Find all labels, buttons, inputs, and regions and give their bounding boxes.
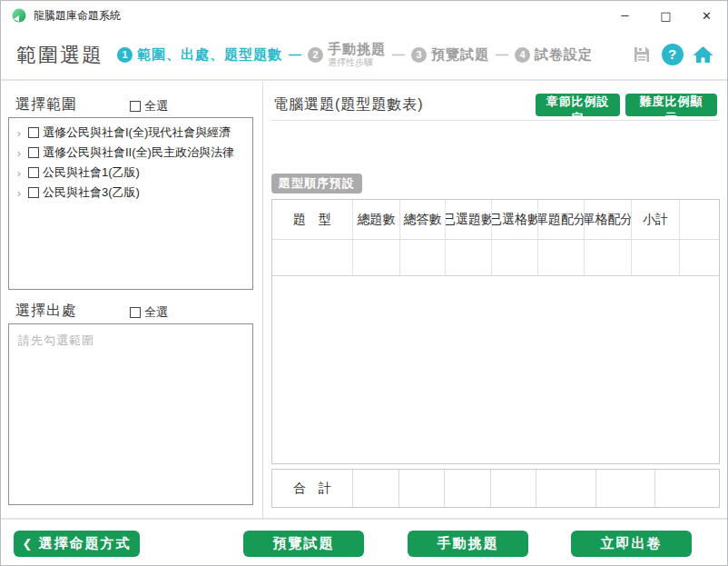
tree-item-checkbox[interactable] xyxy=(28,127,39,138)
range-section-title: 選擇範圍 xyxy=(15,95,77,114)
step-2: 2 手動挑題 選擇性步驟 xyxy=(308,42,386,67)
difficulty-ratio-button[interactable]: 難度比例顯示 xyxy=(625,94,717,116)
app-window: 龍騰題庫命題系統 ─ □ ✕ 範圍選題 1 範圍、出處、題型題數 — 2 手動挑… xyxy=(0,0,728,566)
home-icon[interactable] xyxy=(692,43,714,65)
total-cell xyxy=(445,470,491,507)
empty-cell xyxy=(446,240,492,275)
total-cell xyxy=(491,470,536,507)
total-cell xyxy=(536,470,596,507)
expand-chevron-icon[interactable]: › xyxy=(15,146,24,160)
step-2-sublabel: 選擇性步驟 xyxy=(328,57,386,67)
step-connector: — xyxy=(289,47,301,62)
col-header-selected-questions: 已選題數 xyxy=(446,200,492,239)
page-title: 範圍選題 xyxy=(16,42,103,69)
col-header-points-per-blank: 單格配分 xyxy=(585,200,632,239)
maximize-button[interactable]: □ xyxy=(645,1,686,30)
step-4-number: 4 xyxy=(515,47,530,63)
source-placeholder: 請先勾選範圍 xyxy=(9,324,252,357)
empty-cell xyxy=(272,240,353,275)
expand-chevron-icon[interactable]: › xyxy=(15,126,24,140)
tree-item-book-4[interactable]: › 公民與社會3(乙版) xyxy=(9,183,252,203)
total-cell xyxy=(596,470,655,507)
source-list: 請先勾選範圍 xyxy=(8,323,253,505)
tree-item-label: 公民與社會3(乙版) xyxy=(43,184,140,201)
step-connector: — xyxy=(496,47,508,62)
source-section-title: 選擇出處 xyxy=(15,302,77,321)
col-header-total-answers: 總答數 xyxy=(400,200,446,239)
tree-item-label: 選修公民與社會I(全)現代社會與經濟 xyxy=(43,124,231,141)
panel-divider xyxy=(262,82,263,519)
app-logo-icon xyxy=(12,8,26,23)
generate-exam-button[interactable]: 立即出卷 xyxy=(571,531,692,557)
tree-item-checkbox[interactable] xyxy=(28,187,39,198)
step-1: 1 範圍、出處、題型題數 xyxy=(117,46,282,64)
source-select-all[interactable]: 全選 xyxy=(130,304,168,321)
tree-item-checkbox[interactable] xyxy=(28,147,39,158)
range-select-all[interactable]: 全選 xyxy=(130,98,168,114)
col-header-points-per-question: 單題配分 xyxy=(538,200,585,239)
question-type-table: 題 型 總題數 總答數 已選題數 已選格數 單題配分 單格配分 小計 xyxy=(271,199,720,464)
tree-item-book-2[interactable]: › 選修公民與社會II(全)民主政治與法律 xyxy=(9,143,252,163)
tree-item-book-3[interactable]: › 公民與社會1(乙版) xyxy=(9,163,252,183)
close-button[interactable]: ✕ xyxy=(686,1,727,30)
col-header-question-type: 題 型 xyxy=(272,200,353,239)
col-header-total-questions: 總題數 xyxy=(353,200,400,239)
empty-cell xyxy=(400,240,446,275)
empty-cell xyxy=(538,240,585,275)
step-indicator: 1 範圍、出處、題型題數 — 2 手動挑題 選擇性步驟 — 3 預覽試題 — 4… xyxy=(117,30,593,79)
table-header-row: 題 型 總題數 總答數 已選題數 已選格數 單題配分 單格配分 小計 xyxy=(272,200,719,240)
step-4-label: 試卷設定 xyxy=(535,46,593,64)
step-3: 3 預覽試題 xyxy=(411,46,489,64)
bottom-action-bar: ❮ 選擇命題方式 預覽試題 手動挑題 立即出卷 xyxy=(1,520,727,566)
tree-item-book-1[interactable]: › 選修公民與社會I(全)現代社會與經濟 xyxy=(9,123,252,143)
expand-chevron-icon[interactable]: › xyxy=(15,166,24,180)
empty-cell xyxy=(585,240,632,275)
manual-pick-button[interactable]: 手動挑題 xyxy=(408,531,528,557)
step-2-number: 2 xyxy=(308,47,323,63)
chapter-ratio-button[interactable]: 章節比例設定 xyxy=(536,94,620,116)
back-to-selection-mode-button[interactable]: ❮ 選擇命題方式 xyxy=(14,531,140,557)
table-empty-row xyxy=(272,240,719,276)
empty-cell xyxy=(632,240,680,275)
empty-cell xyxy=(492,240,538,275)
question-order-preset-button[interactable]: 題型順序預設 xyxy=(271,174,362,194)
total-cell xyxy=(399,470,445,507)
col-header-blank xyxy=(680,200,719,239)
tree-item-checkbox[interactable] xyxy=(28,167,39,178)
empty-cell xyxy=(680,240,719,275)
title-bar: 龍騰題庫命題系統 ─ □ ✕ xyxy=(1,1,727,30)
col-header-subtotal: 小計 xyxy=(632,200,680,239)
empty-cell xyxy=(353,240,400,275)
minimize-button[interactable]: ─ xyxy=(605,1,645,30)
col-header-selected-blanks: 已選格數 xyxy=(492,200,538,239)
help-icon[interactable]: ? xyxy=(661,43,684,65)
range-select-all-checkbox[interactable] xyxy=(130,101,141,112)
range-tree: › 選修公民與社會I(全)現代社會與經濟 › 選修公民與社會II(全)民主政治與… xyxy=(8,117,253,290)
section-divider xyxy=(271,120,720,121)
computer-selection-title: 電腦選題(題型題數表) xyxy=(273,95,424,114)
step-3-label: 預覽試題 xyxy=(431,46,489,64)
expand-chevron-icon[interactable]: › xyxy=(15,186,24,200)
page-header: 範圍選題 1 範圍、出處、題型題數 — 2 手動挑題 選擇性步驟 — 3 預覽試… xyxy=(1,30,727,81)
preview-questions-button[interactable]: 預覽試題 xyxy=(243,531,364,557)
source-select-all-checkbox[interactable] xyxy=(130,307,141,318)
total-cell xyxy=(655,470,719,507)
source-select-all-label: 全選 xyxy=(144,304,168,321)
step-1-label: 範圍、出處、題型題數 xyxy=(137,46,282,64)
window-title: 龍騰題庫命題系統 xyxy=(34,8,121,24)
total-label: 合 計 xyxy=(272,470,353,507)
tree-item-label: 選修公民與社會II(全)民主政治與法律 xyxy=(43,144,234,161)
range-select-all-label: 全選 xyxy=(144,98,168,114)
step-connector: — xyxy=(392,47,405,62)
step-4: 4 試卷設定 xyxy=(515,46,593,64)
back-button-label: 選擇命題方式 xyxy=(38,535,131,552)
back-chevron-icon: ❮ xyxy=(23,537,34,551)
tree-item-label: 公民與社會1(乙版) xyxy=(43,164,140,181)
total-row-table: 合 計 xyxy=(271,469,720,508)
step-2-label: 手動挑題 xyxy=(328,42,386,57)
step-3-number: 3 xyxy=(411,47,427,63)
step-1-number: 1 xyxy=(117,47,133,63)
save-icon[interactable] xyxy=(630,43,653,65)
total-cell xyxy=(353,470,399,507)
